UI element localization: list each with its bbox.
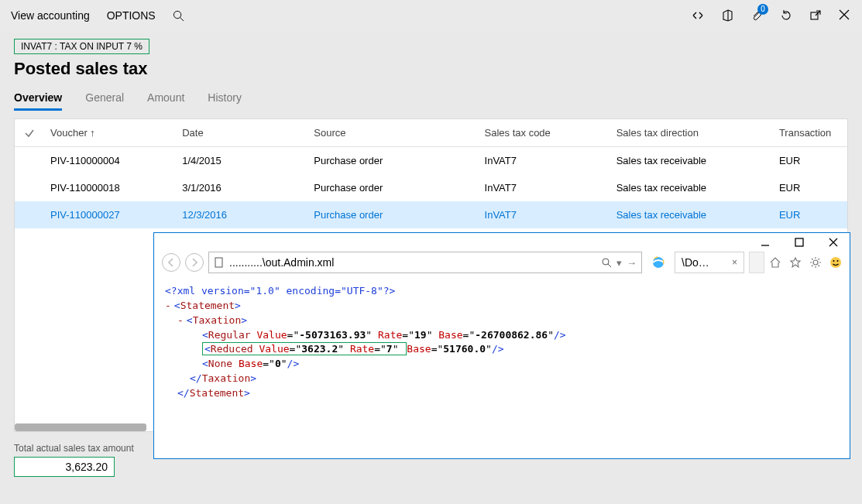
file-icon	[214, 257, 225, 268]
window-close-button[interactable]	[828, 237, 839, 248]
xml-content: <?xml version="1.0" encoding="UTF-8"?> -…	[154, 276, 850, 409]
close-icon[interactable]	[839, 9, 851, 22]
col-currency[interactable]: Transaction	[770, 119, 847, 147]
window-maximize-button[interactable]	[794, 237, 805, 248]
col-source[interactable]: Source	[304, 119, 475, 147]
svg-point-22	[837, 260, 839, 262]
new-tab-button[interactable]	[749, 252, 764, 273]
home-icon[interactable]	[769, 256, 781, 269]
svg-line-8	[608, 264, 611, 267]
attachments-badge: 0	[757, 4, 768, 15]
col-voucher[interactable]: Voucher ↑	[41, 119, 173, 147]
cell-date: 12/3/2016	[173, 201, 304, 228]
cell-voucher: PIV-110000004	[41, 147, 173, 175]
window-minimize-button[interactable]	[760, 237, 771, 248]
table-row[interactable]: PIV-110000004 1/4/2015 Purchase order In…	[15, 147, 847, 175]
tab-close-icon[interactable]: ×	[732, 257, 737, 268]
cell-source: Purchase order	[304, 174, 475, 201]
svg-rect-5	[795, 238, 803, 246]
select-all-checkbox[interactable]	[15, 119, 41, 147]
total-value: 3,623.20	[14, 457, 115, 477]
search-icon[interactable]	[173, 10, 184, 22]
svg-line-19	[819, 259, 820, 260]
dropdown-icon[interactable]: ▾	[616, 257, 622, 269]
browser-tab-title: \Do…	[682, 256, 709, 269]
svg-line-16	[812, 259, 813, 260]
svg-rect-3	[811, 12, 818, 19]
connector-icon[interactable]	[692, 9, 704, 22]
cell-direction: Sales tax receivable	[607, 201, 770, 228]
cell-code: InVAT7	[476, 201, 607, 228]
col-date[interactable]: Date	[173, 119, 304, 147]
cell-currency: EUR	[770, 201, 847, 228]
tab-general[interactable]: General	[85, 91, 124, 111]
xml-reduced-base: 51760.0	[443, 343, 486, 355]
cell-code: InVAT7	[476, 147, 607, 175]
cell-direction: Sales tax receivable	[607, 147, 770, 175]
col-direction[interactable]: Sales tax direction	[607, 119, 770, 147]
address-bar[interactable]: ...........\out.Admin.xml ▾ →	[208, 252, 642, 273]
cell-date: 3/1/2016	[173, 174, 304, 201]
view-accounting-button[interactable]: View accounting	[11, 9, 90, 22]
ie-window: ...........\out.Admin.xml ▾ → \Do… × <?x…	[153, 232, 850, 459]
svg-point-11	[813, 260, 818, 265]
ie-logo-icon	[651, 255, 665, 269]
cell-date: 1/4/2015	[173, 147, 304, 175]
favorites-icon[interactable]	[789, 256, 802, 269]
attachments-icon[interactable]: 0	[750, 9, 763, 22]
cell-direction: Sales tax receivable	[607, 174, 770, 201]
col-voucher-label: Voucher	[50, 127, 88, 139]
grid-header-row: Voucher ↑ Date Source Sales tax code Sal…	[15, 119, 847, 147]
xml-regular-rate: 19	[414, 329, 427, 341]
svg-line-17	[819, 266, 820, 267]
search-icon[interactable]	[602, 258, 612, 268]
cell-code: InVAT7	[476, 174, 607, 201]
horizontal-scrollbar[interactable]	[15, 423, 146, 431]
table-row[interactable]: PIV-110000018 3/1/2016 Purchase order In…	[15, 174, 847, 201]
popout-icon[interactable]	[809, 9, 822, 22]
nav-forward-button[interactable]	[185, 253, 204, 272]
xml-reduced-highlight: <Reduced Value="3623.2" Rate="7"	[202, 342, 407, 355]
table-row[interactable]: PIV-110000027 12/3/2016 Purchase order I…	[15, 201, 847, 228]
xml-regular-base: -26700862.86	[475, 329, 548, 341]
tab-overview[interactable]: Overview	[14, 91, 62, 111]
page-title: Posted sales tax	[14, 59, 848, 79]
go-icon[interactable]: →	[627, 257, 637, 269]
tools-icon[interactable]	[809, 256, 822, 269]
cell-voucher: PIV-110000018	[41, 174, 173, 201]
xml-reduced-value: 3623.2	[301, 343, 338, 355]
refresh-icon[interactable]	[780, 9, 792, 22]
cell-currency: EUR	[770, 174, 847, 201]
cell-voucher: PIV-110000027	[41, 201, 173, 228]
cell-source: Purchase order	[304, 147, 475, 175]
command-bar: View accounting OPTIONS 0	[0, 0, 862, 31]
xml-regular-value: -5073163.93	[299, 329, 366, 341]
browser-tab[interactable]: \Do… ×	[675, 252, 744, 273]
tab-history[interactable]: History	[208, 91, 242, 111]
office-icon[interactable]	[721, 9, 733, 22]
tab-amount[interactable]: Amount	[147, 91, 184, 111]
nav-back-button[interactable]	[162, 253, 180, 272]
svg-point-20	[830, 257, 841, 268]
xml-none-base: 0	[275, 358, 281, 369]
sort-asc-icon: ↑	[90, 127, 95, 139]
svg-point-21	[833, 260, 835, 262]
svg-rect-6	[215, 258, 222, 267]
options-button[interactable]: OPTIONS	[107, 9, 156, 22]
xml-reduced-rate: 7	[386, 343, 393, 355]
tabs: Overview General Amount History	[14, 91, 848, 111]
svg-point-7	[603, 259, 609, 265]
svg-line-18	[812, 266, 813, 267]
smiley-icon[interactable]	[829, 256, 842, 269]
svg-line-1	[180, 17, 184, 21]
xml-declaration: <?xml version="1.0" encoding="UTF-8"?>	[165, 285, 395, 297]
cell-currency: EUR	[770, 147, 847, 175]
col-code[interactable]: Sales tax code	[476, 119, 607, 147]
record-chip: INVAT7 : TAX ON INPUT 7 %	[14, 39, 149, 54]
address-url: ...........\out.Admin.xml	[229, 256, 602, 269]
cell-source: Purchase order	[304, 201, 475, 228]
